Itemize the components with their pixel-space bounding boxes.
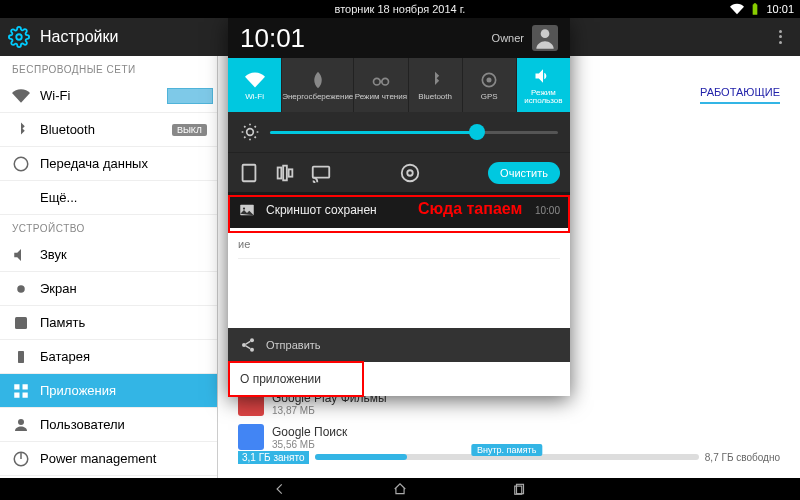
notification-share-action[interactable]: Отправить: [228, 328, 570, 362]
sidebar-label: Память: [40, 315, 85, 330]
brightness-slider[interactable]: [270, 131, 558, 134]
shade-clock: 10:01: [240, 23, 305, 54]
qs-label: GPS: [481, 93, 498, 101]
speaker-icon: [533, 66, 553, 86]
svg-point-24: [402, 164, 419, 181]
sidebar-item-bluetooth[interactable]: Bluetooth ВЫКЛ: [0, 113, 217, 147]
sidebar-label: Ещё...: [40, 190, 77, 205]
settings-title: Настройки: [40, 28, 118, 46]
sidebar-label: Wi-Fi: [40, 88, 70, 103]
sidebar-label: Bluetooth: [40, 122, 95, 137]
speaker-icon: [12, 246, 30, 264]
svg-rect-4: [18, 351, 24, 363]
sidebar-label: Пользователи: [40, 417, 125, 432]
share-icon: [240, 337, 256, 353]
sidebar-item-users[interactable]: Пользователи: [0, 408, 217, 442]
section-device: УСТРОЙСТВО: [0, 215, 217, 238]
qs-gps[interactable]: GPS: [463, 58, 517, 112]
storage-mid-label: Внутр. память: [471, 444, 542, 456]
bluetooth-icon: [12, 121, 30, 139]
wifi-icon: [245, 70, 265, 90]
glasses-icon: [371, 70, 391, 90]
user-avatar[interactable]: [532, 25, 558, 51]
sidebar-item-display[interactable]: Экран: [0, 272, 217, 306]
sidebar-item-data[interactable]: Передача данных: [0, 147, 217, 181]
sidebar-item-sound[interactable]: Звук: [0, 238, 217, 272]
app-size: 13,87 МБ: [272, 405, 387, 416]
svg-rect-18: [243, 164, 256, 181]
image-icon: [238, 201, 256, 219]
calculator-icon[interactable]: [238, 162, 260, 184]
settings-sidebar: БЕСПРОВОДНЫЕ СЕТИ Wi-Fi Bluetooth ВЫКЛ П…: [0, 56, 218, 478]
qs-powersave[interactable]: Энергосбережение: [282, 58, 354, 112]
svg-rect-19: [278, 167, 282, 178]
sidebar-label: Приложения: [40, 383, 116, 398]
svg-rect-8: [23, 392, 28, 397]
svg-point-0: [16, 34, 22, 40]
svg-point-26: [243, 207, 245, 209]
power-icon: [12, 450, 30, 468]
sidebar-label: Батарея: [40, 349, 90, 364]
status-date: вторник 18 ноября 2014 г.: [335, 3, 466, 15]
svg-point-12: [541, 29, 550, 38]
sidebar-item-more[interactable]: Ещё...: [0, 181, 217, 215]
sidebar-label: Звук: [40, 247, 67, 262]
sidebar-item-wifi[interactable]: Wi-Fi: [0, 79, 217, 113]
sidebar-label: Power management: [40, 451, 156, 466]
back-button[interactable]: [270, 482, 290, 496]
overflow-menu-button[interactable]: [768, 25, 792, 49]
settings-shortcut-icon[interactable]: [399, 162, 421, 184]
wifi-toggle[interactable]: [167, 88, 213, 104]
sidebar-item-apps[interactable]: Приложения: [0, 374, 217, 408]
annotation-text: Сюда тапаем: [418, 200, 522, 218]
tab-running[interactable]: РАБОТАЮЩИЕ: [700, 86, 780, 104]
storage-free-label: 8,7 ГБ свободно: [705, 452, 780, 463]
wifi-status-icon: [730, 2, 744, 16]
svg-rect-22: [313, 166, 330, 177]
svg-rect-7: [14, 392, 19, 397]
about-label: О приложении: [240, 372, 321, 386]
notification-time: 10:00: [535, 205, 560, 216]
audio-wizard-icon[interactable]: [274, 162, 296, 184]
svg-rect-31: [515, 486, 522, 494]
svg-point-29: [250, 348, 254, 352]
notification-title: Скриншот сохранен: [266, 203, 377, 217]
sidebar-item-power[interactable]: Power management: [0, 442, 217, 476]
status-bar: вторник 18 ноября 2014 г. 10:01: [0, 0, 800, 18]
storage-bar: 3,1 ГБ занято Внутр. память 8,7 ГБ свобо…: [238, 446, 780, 468]
section-wireless: БЕСПРОВОДНЫЕ СЕТИ: [0, 56, 217, 79]
bluetooth-state-badge: ВЫКЛ: [172, 124, 207, 136]
recent-apps-button[interactable]: [510, 482, 530, 496]
qs-label: Режим чтения: [355, 93, 407, 101]
sidebar-label: Экран: [40, 281, 77, 296]
svg-point-13: [373, 78, 380, 85]
svg-point-9: [18, 419, 24, 425]
svg-rect-3: [15, 317, 27, 329]
svg-point-14: [382, 78, 389, 85]
sidebar-item-battery[interactable]: Батарея: [0, 340, 217, 374]
shade-header: 10:01 Owner: [228, 18, 570, 58]
qs-mode[interactable]: Режим использов: [517, 58, 570, 112]
cast-icon[interactable]: [310, 162, 332, 184]
svg-point-23: [407, 170, 413, 176]
qs-bluetooth[interactable]: Bluetooth: [409, 58, 463, 112]
qs-wifi[interactable]: Wi-Fi: [228, 58, 282, 112]
blank-icon: [12, 189, 30, 207]
sidebar-item-storage[interactable]: Память: [0, 306, 217, 340]
gps-icon: [479, 70, 499, 90]
svg-rect-5: [14, 384, 19, 389]
quick-settings-row: Wi-Fi Энергосбережение Режим чтения Blue…: [228, 58, 570, 112]
qs-reading[interactable]: Режим чтения: [354, 58, 408, 112]
svg-point-16: [488, 78, 491, 81]
home-button[interactable]: [390, 482, 410, 496]
svg-point-17: [247, 129, 254, 136]
qs-label: Режим использов: [517, 89, 570, 105]
leaf-icon: [308, 70, 328, 90]
wifi-icon: [12, 87, 30, 105]
svg-point-27: [250, 338, 254, 342]
notif-body-text: ие: [238, 238, 250, 250]
brightness-icon: [240, 122, 260, 142]
clear-button[interactable]: Очистить: [488, 162, 560, 184]
svg-rect-20: [283, 165, 287, 180]
about-app-action[interactable]: О приложении: [228, 362, 570, 396]
